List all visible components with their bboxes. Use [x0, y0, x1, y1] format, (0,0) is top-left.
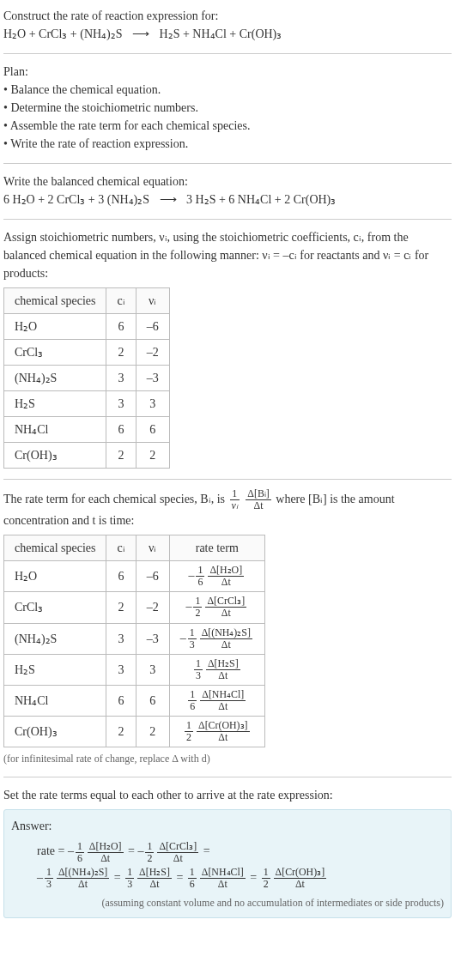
- equals: =: [114, 871, 124, 884]
- rate-prefix: rate =: [37, 844, 68, 857]
- title-text: Construct the rate of reaction expressio…: [3, 7, 452, 25]
- fraction: 13: [188, 627, 197, 650]
- fraction: 16: [196, 565, 204, 588]
- table-row: H₂S33: [4, 391, 170, 417]
- table-row: H₂S 3 3 13Δ[H₂S]Δt: [4, 654, 265, 685]
- fraction: Δ[Cr(OH)₃]Δt: [274, 867, 327, 890]
- fraction: Δ[H₂S]Δt: [206, 658, 240, 681]
- stoichiometric-table: chemical species cᵢ νᵢ H₂O6–6 CrCl₃2–2 (…: [3, 287, 170, 469]
- table-row: H₂O6–6: [4, 314, 170, 340]
- sign: –: [188, 569, 194, 582]
- frac-den: 6: [188, 701, 197, 712]
- cell-ci: 2: [106, 443, 136, 469]
- divider: [3, 219, 452, 220]
- cell-species: CrCl₃: [4, 340, 106, 366]
- sign: –: [37, 871, 43, 884]
- divider: [3, 163, 452, 164]
- sign: –: [180, 631, 186, 644]
- frac-den: 6: [188, 879, 197, 890]
- frac-den: 6: [196, 577, 204, 588]
- frac-num: 1: [188, 627, 197, 639]
- frac-num: 1: [188, 689, 197, 701]
- plan-section: Plan: • Balance the chemical equation. •…: [3, 63, 452, 153]
- cell-ci: 3: [106, 366, 136, 391]
- cell-rate: –16Δ[H₂O]Δt: [169, 561, 264, 592]
- frac-den: Δt: [197, 732, 250, 743]
- cell-rate: 16Δ[NH₄Cl]Δt: [169, 685, 264, 716]
- plan-item-text: Balance the chemical equation.: [10, 83, 161, 96]
- balanced-lhs: 6 H₂O + 2 CrCl₃ + 3 (NH₄)₂S: [3, 193, 149, 206]
- th-ci: cᵢ: [106, 288, 136, 314]
- assign-paragraph: Assign stoichiometric numbers, νᵢ, using…: [3, 228, 452, 282]
- frac-num: Δ[Cr(OH)₃]: [197, 720, 250, 732]
- frac-den: 3: [45, 879, 53, 890]
- frac-den: Δt: [57, 879, 109, 890]
- rate-term-text-a: The rate term for each chemical species,…: [3, 493, 228, 505]
- plan-item: • Determine the stoichiometric numbers.: [3, 99, 452, 117]
- fraction: 13: [125, 867, 134, 890]
- equals: =: [128, 844, 137, 857]
- fraction: 12: [193, 596, 202, 619]
- rate-term-section: The rate term for each chemical species,…: [3, 488, 452, 766]
- frac-num: 1: [45, 867, 53, 879]
- table-row: Cr(OH)₃ 2 2 12Δ[Cr(OH)₃]Δt: [4, 717, 265, 747]
- th-vi: νᵢ: [136, 535, 169, 561]
- cell-rate: 13Δ[H₂S]Δt: [169, 654, 264, 685]
- sign: –: [137, 844, 143, 857]
- frac-den: 3: [194, 670, 203, 681]
- cell-species: (NH₄)₂S: [4, 366, 106, 391]
- cell-ci: 2: [106, 717, 136, 747]
- cell-vi: –2: [136, 340, 169, 366]
- fraction: Δ[H₂O]Δt: [208, 565, 244, 588]
- final-section: Set the rate terms equal to each other t…: [3, 786, 452, 918]
- fraction: 12: [145, 841, 154, 864]
- cell-rate: 12Δ[Cr(OH)₃]Δt: [169, 717, 264, 747]
- table-row: CrCl₃ 2 –2 –12Δ[CrCl₃]Δt: [4, 592, 265, 623]
- set-equal-text: Set the rate terms equal to each other t…: [3, 786, 452, 804]
- fraction: Δ[Bᵢ]Δt: [246, 488, 271, 511]
- frac-num: Δ[NH₄Cl]: [200, 689, 246, 701]
- sign: –: [185, 600, 191, 613]
- fraction: 13: [45, 867, 53, 890]
- divider: [3, 53, 452, 54]
- cell-rate: –12Δ[CrCl₃]Δt: [169, 592, 264, 623]
- fraction: 1νᵢ: [230, 488, 240, 511]
- frac-den: Δt: [205, 608, 246, 619]
- fraction: Δ[CrCl₃]Δt: [205, 596, 246, 619]
- assign-section: Assign stoichiometric numbers, νᵢ, using…: [3, 228, 452, 469]
- table-row: NH₄Cl66: [4, 417, 170, 443]
- fraction: Δ[NH₄Cl]Δt: [200, 689, 246, 712]
- balanced-rhs: 3 H₂S + 6 NH₄Cl + 2 Cr(OH)₃: [186, 193, 336, 206]
- frac-num: 1: [188, 867, 197, 879]
- frac-num: 1: [262, 867, 270, 879]
- cell-ci: 6: [106, 417, 136, 443]
- frac-num: 1: [76, 841, 84, 853]
- frac-den: Δt: [88, 853, 124, 864]
- cell-ci: 3: [106, 654, 136, 685]
- cell-species: Cr(OH)₃: [4, 717, 106, 747]
- frac-den: Δt: [206, 670, 240, 681]
- cell-vi: –6: [136, 561, 169, 592]
- title-section: Construct the rate of reaction expressio…: [3, 7, 452, 43]
- divider: [3, 479, 452, 480]
- cell-species: CrCl₃: [4, 592, 106, 623]
- cell-species: (NH₄)₂S: [4, 623, 106, 654]
- table-header-row: chemical species cᵢ νᵢ: [4, 288, 170, 314]
- frac-den: Δt: [200, 879, 246, 890]
- fraction: Δ[NH₄Cl]Δt: [200, 867, 246, 890]
- cell-species: NH₄Cl: [4, 685, 106, 716]
- th-ci: cᵢ: [106, 535, 136, 561]
- frac-den: Δt: [246, 500, 271, 511]
- unbalanced-rhs: H₂S + NH₄Cl + Cr(OH)₃: [160, 27, 282, 40]
- equals: =: [203, 844, 210, 857]
- fraction: 16: [76, 841, 84, 864]
- th-species: chemical species: [4, 535, 106, 561]
- frac-den: Δt: [200, 701, 246, 712]
- th-species: chemical species: [4, 288, 106, 314]
- unbalanced-equation: H₂O + CrCl₃ + (NH₄)₂S ⟶ H₂S + NH₄Cl + Cr…: [3, 25, 452, 43]
- table-row: Cr(OH)₃22: [4, 443, 170, 469]
- table-row: CrCl₃2–2: [4, 340, 170, 366]
- rate-expression: rate = –16Δ[H₂O]Δt = –12Δ[CrCl₃]Δt = –13…: [37, 838, 444, 892]
- frac-den: 2: [185, 732, 193, 743]
- plan-item: • Write the rate of reaction expression.: [3, 135, 452, 153]
